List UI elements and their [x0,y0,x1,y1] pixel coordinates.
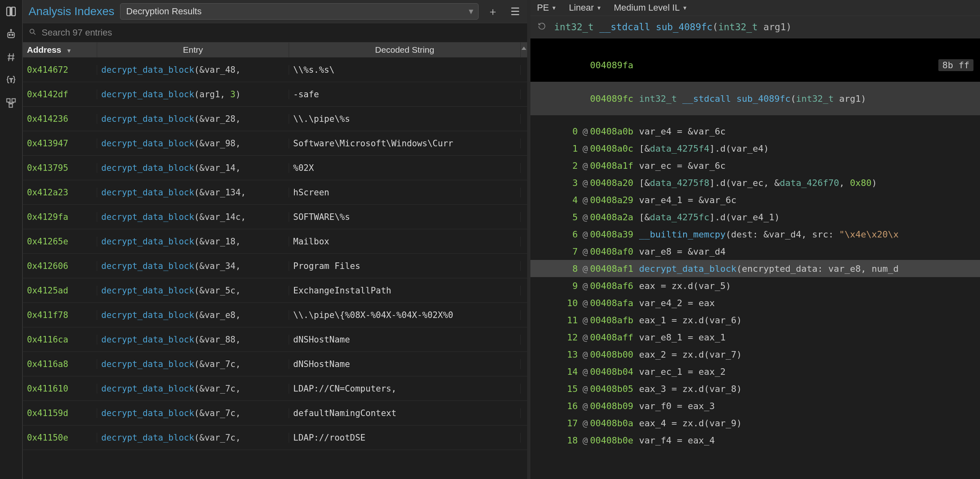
cell-address: 0x414672 [23,65,97,75]
code-line[interactable]: 4@00408a29var_e4_1 = &var_6c [530,191,980,208]
table-row[interactable]: 0x413795decrypt_data_block(&var_14,%02X [23,156,527,180]
reload-icon[interactable] [538,22,546,32]
code-line[interactable]: 7@00408af0var_e8 = &var_d4 [530,243,980,260]
robot-icon[interactable] [5,29,17,40]
prev-instruction-row[interactable]: 004089fa 8b ff [530,48,980,82]
sort-desc-icon: ▼ [66,47,72,54]
svg-rect-5 [7,99,10,102]
svg-point-1 [9,34,10,36]
col-entry[interactable]: Entry [97,43,289,57]
cell-decoded: %02X [289,163,521,173]
right-mode-bar: PE▼ Linear▼ Medium Level IL▼ [530,0,980,16]
function-def-row[interactable]: 004089fc int32_t __stdcall sub_4089fc(in… [530,82,980,115]
search-row [23,23,527,43]
code-line[interactable]: 15@00408b05eax_3 = zx.d(var_8) [530,380,980,397]
table-row[interactable]: 0x4125addecrypt_data_block(&var_5c,Excha… [23,278,527,303]
add-button[interactable]: ＋ [484,5,501,18]
table-row[interactable]: 0x4129fadecrypt_data_block(&var_14c,SOFT… [23,205,527,229]
table-row[interactable]: 0x414672decrypt_data_block(&var_48,\\%s.… [23,58,527,82]
table-row[interactable]: 0x413947decrypt_data_block(&var_98,Softw… [23,131,527,156]
cell-address: 0x4125ad [23,286,97,295]
cell-entry: decrypt_data_block(&var_134, [97,188,289,197]
cell-decoded: dNSHostName [289,335,521,345]
table-row[interactable]: 0x4142dfdecrypt_data_block(arg1, 3)-safe [23,82,527,107]
table-row[interactable]: 0x411f78decrypt_data_block(&var_e8,\\.\p… [23,303,527,327]
code-line[interactable]: 10@00408afavar_e4_2 = eax [530,294,980,311]
cell-entry: decrypt_data_block(&var_34, [97,261,289,271]
cell-entry: decrypt_data_block(&var_14c, [97,212,289,222]
code-line[interactable]: 18@00408b0evar_f4 = eax_4 [530,432,980,449]
table-row[interactable]: 0x4116cadecrypt_data_block(&var_88,dNSHo… [23,327,527,352]
disassembly-panel: PE▼ Linear▼ Medium Level IL▼ int32_t __s… [530,0,980,479]
table-row[interactable]: 0x41265edecrypt_data_block(&var_18,Mailb… [23,229,527,254]
chevron-down-icon: ▼ [551,5,557,11]
mode-pe[interactable]: PE▼ [537,2,557,13]
table-row[interactable]: 0x411610decrypt_data_block(&var_7c,LDAP:… [23,376,527,401]
table-row[interactable]: 0x4116a8decrypt_data_block(&var_7c,dNSHo… [23,352,527,376]
code-line[interactable]: 11@00408afbeax_1 = zx.d(var_6) [530,311,980,329]
cell-decoded: defaultNamingContext [289,408,521,418]
table-row[interactable]: 0x412a23decrypt_data_block(&var_134,hScr… [23,180,527,205]
chevron-down-icon: ▾ [469,6,473,17]
analysis-indexes-panel: Analysis Indexes Decryption Results ▾ ＋ … [23,0,527,479]
search-input[interactable] [42,27,521,38]
function-def-text: int32_t __stdcall sub_4089fc(int32_t arg… [639,94,973,104]
cell-entry: decrypt_data_block(&var_5c, [97,286,289,295]
code-line[interactable]: 0@00408a0bvar_e4 = &var_6c [530,123,980,140]
graph-icon[interactable] [5,97,17,109]
code-line[interactable]: 5@00408a2a[&data_4275fc].d(var_e4_1) [530,208,980,226]
cell-entry: decrypt_data_block(&var_48, [97,65,289,75]
cell-decoded: \\.\pipe\{%08X-%04X-%04X-%02X%0 [289,310,521,320]
cell-entry: decrypt_data_block(&var_18, [97,237,289,246]
cell-entry: decrypt_data_block(&var_7c, [97,408,289,418]
menu-button[interactable]: ☰ [507,5,523,18]
cell-decoded: \\.\pipe\%s [289,114,521,124]
mode-linear[interactable]: Linear▼ [569,2,601,13]
table-row[interactable]: 0x41150edecrypt_data_block(&var_7c,LDAP:… [23,425,527,450]
code-line[interactable]: 12@00408affvar_e8_1 = eax_1 [530,329,980,346]
code-line[interactable]: 8@00408af1decrypt_data_block(encrypted_d… [530,260,980,277]
cell-entry: decrypt_data_block(&var_7c, [97,359,289,369]
table-row[interactable]: 0x414236decrypt_data_block(&var_28,\\.\p… [23,107,527,131]
cell-address: 0x4116a8 [23,359,97,369]
signature-bar: int32_t __stdcall sub_4089fc(int32_t arg… [530,16,980,38]
table-row[interactable]: 0x412606decrypt_data_block(&var_34,Progr… [23,254,527,278]
cell-decoded: Mailbox [289,237,521,246]
index-dropdown[interactable]: Decryption Results ▾ [120,3,479,20]
code-area[interactable]: 004089fa 8b ff 004089fc int32_t __stdcal… [530,38,980,479]
col-decoded[interactable]: Decoded String [289,43,521,57]
table-header: Address ▼ Entry Decoded String [23,43,527,58]
hash-icon[interactable] [5,51,17,63]
cell-address: 0x41265e [23,237,97,246]
code-line[interactable]: 13@00408b00eax_2 = zx.d(var_7) [530,346,980,363]
cell-decoded: -safe [289,90,521,99]
cell-entry: decrypt_data_block(&var_7c, [97,384,289,394]
cell-entry: decrypt_data_block(&var_98, [97,139,289,148]
table-row[interactable]: 0x41159ddecrypt_data_block(&var_7c,defau… [23,401,527,425]
panel-splitter[interactable] [527,0,530,479]
code-line[interactable]: 17@00408b0aeax_4 = zx.d(var_9) [530,414,980,432]
code-line[interactable]: 14@00408b04var_ec_1 = eax_2 [530,363,980,380]
col-address[interactable]: Address ▼ [23,43,97,57]
code-line[interactable]: 3@00408a20[&data_4275f8].d(var_ec, &data… [530,174,980,191]
code-line[interactable]: 1@00408a0c[&data_4275f4].d(var_e4) [530,140,980,157]
book-icon[interactable] [5,6,17,17]
cell-address: 0x412a23 [23,188,97,197]
dropdown-value: Decryption Results [126,6,202,16]
function-signature[interactable]: int32_t __stdcall sub_4089fc(int32_t arg… [554,22,792,32]
cell-address: 0x412606 [23,261,97,271]
code-line[interactable]: 2@00408a1fvar_ec = &var_6c [530,157,980,174]
code-line[interactable]: 16@00408b09var_f0 = eax_3 [530,397,980,414]
table-body: 0x414672decrypt_data_block(&var_48,\\%s.… [23,58,527,450]
scrollbar-gutter[interactable] [521,43,527,57]
cell-address: 0x411610 [23,384,97,394]
cell-entry: decrypt_data_block(arg1, 3) [97,90,289,99]
type-braces-icon[interactable]: T [5,74,17,86]
code-line[interactable]: 9@00408af6eax = zx.d(var_5) [530,277,980,294]
cell-address: 0x413795 [23,163,97,173]
cell-address: 0x4129fa [23,212,97,222]
svg-rect-7 [9,104,12,107]
svg-point-8 [30,29,34,33]
code-line[interactable]: 6@00408a39__builtin_memcpy(dest: &var_d4… [530,226,980,243]
mode-il[interactable]: Medium Level IL▼ [614,2,687,13]
